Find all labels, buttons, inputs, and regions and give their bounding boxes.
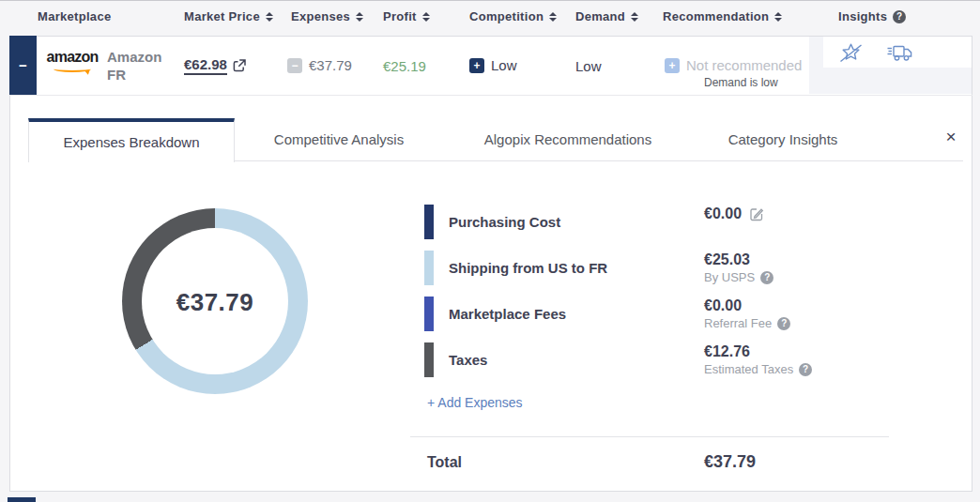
profit-cell: €25.19 — [383, 58, 426, 74]
expense-note: Referral Fee — [704, 316, 772, 330]
collapse-row-button[interactable]: − — [9, 36, 37, 95]
expense-note: By USPS — [704, 270, 755, 284]
expense-item-taxes: Taxes €12.76 Estimated Taxes ? — [424, 342, 894, 380]
column-header-profit[interactable]: Profit — [383, 9, 430, 23]
sort-icon[interactable] — [356, 12, 363, 22]
amazon-smile-icon — [54, 66, 91, 72]
column-label: Profit — [383, 9, 417, 23]
expense-label: Shipping from US to FR — [449, 260, 607, 276]
tab-expenses-breakdown[interactable]: Expenses Breakdown — [28, 118, 235, 162]
legend-color-bar — [424, 251, 434, 285]
expense-note: Estimated Taxes — [704, 362, 793, 376]
profit-value: €25.19 — [383, 58, 426, 74]
algopix-analysis-screen: Marketplace Market Price Expenses Profit… — [0, 0, 980, 502]
marketplace-name: Amazon FR — [107, 49, 161, 84]
expense-value: €25.03 — [704, 251, 750, 268]
expense-value: €0.00 — [704, 297, 742, 314]
row-divider — [9, 95, 972, 96]
competition-cell: + Low — [469, 57, 517, 73]
column-label: Recommendation — [663, 9, 769, 23]
external-link-icon[interactable] — [233, 59, 246, 72]
expenses-value: €37.79 — [309, 57, 352, 73]
add-expenses-link[interactable]: + Add Expenses — [427, 395, 523, 410]
tab-competitive-analysis[interactable]: Competitive Analysis — [274, 131, 404, 147]
recommendation-note: Demand is low — [704, 76, 778, 89]
total-value: €37.79 — [704, 452, 756, 472]
column-header-insights: Insights ? — [838, 9, 906, 23]
help-icon[interactable]: ? — [799, 363, 812, 376]
expense-item-shipping: Shipping from US to FR €25.03 By USPS ? — [424, 251, 894, 288]
column-label: Marketplace — [38, 9, 111, 23]
column-header-marketplace: Marketplace — [38, 9, 111, 23]
column-label: Market Price — [184, 9, 260, 23]
amazon-logo: amazon — [43, 50, 101, 72]
legend-color-bar — [424, 205, 434, 239]
sort-icon[interactable] — [422, 12, 430, 22]
help-icon[interactable]: ? — [760, 271, 773, 284]
tab-category-insights[interactable]: Category Insights — [728, 131, 838, 147]
column-header-expenses[interactable]: Expenses — [291, 9, 363, 23]
total-label: Total — [427, 454, 462, 471]
market-price-cell: €62.98 — [184, 56, 246, 75]
legend-color-bar — [424, 297, 434, 331]
sort-icon[interactable] — [266, 12, 273, 22]
recommendation-value: Not recommended — [686, 57, 802, 73]
expense-value: €12.76 — [704, 343, 750, 360]
edit-icon[interactable] — [749, 206, 764, 221]
column-header-recommendation[interactable]: Recommendation — [663, 9, 782, 23]
column-header-demand[interactable]: Demand — [575, 9, 638, 23]
next-row-expander-stub[interactable] — [8, 497, 36, 502]
expand-recommendation-icon[interactable]: + — [665, 58, 680, 73]
expense-label: Purchasing Cost — [449, 214, 560, 230]
competition-value: Low — [491, 57, 517, 73]
help-icon[interactable]: ? — [893, 10, 906, 23]
demand-value: Low — [575, 58, 602, 74]
market-price-link[interactable]: €62.98 — [184, 56, 227, 75]
expense-item-purchasing-cost: Purchasing Cost €0.00 — [424, 205, 894, 242]
recommendation-cell: + Not recommended — [665, 57, 802, 73]
column-label: Insights — [838, 9, 887, 23]
legend-color-bar — [424, 342, 434, 377]
no-bestseller-icon[interactable] — [838, 41, 864, 65]
sort-icon[interactable] — [549, 12, 557, 22]
expense-label: Marketplace Fees — [449, 306, 566, 322]
tabbar-underline — [235, 160, 963, 161]
amazon-logo-text: amazon — [43, 50, 101, 65]
tab-algopix-recommendations[interactable]: Algopix Recommendations — [484, 131, 651, 147]
marketplace-name-line2: FR — [107, 67, 161, 84]
collapse-expenses-icon[interactable]: − — [287, 58, 302, 73]
expenses-cell: − €37.79 — [287, 57, 352, 73]
column-label: Demand — [575, 9, 625, 23]
sort-icon[interactable] — [774, 12, 782, 22]
shipping-truck-icon[interactable] — [886, 41, 914, 64]
close-panel-icon[interactable]: × — [941, 127, 961, 147]
column-header-market-price[interactable]: Market Price — [184, 9, 273, 23]
expand-competition-icon[interactable]: + — [469, 58, 484, 73]
column-header-competition[interactable]: Competition — [469, 9, 557, 23]
column-label: Expenses — [291, 9, 350, 23]
expense-value: €0.00 — [704, 205, 742, 222]
donut-center-total: €37.79 — [122, 288, 308, 317]
sort-icon[interactable] — [631, 12, 638, 22]
expense-label: Taxes — [449, 352, 487, 368]
help-icon[interactable]: ? — [777, 317, 790, 330]
demand-cell: Low — [575, 58, 602, 74]
total-divider — [410, 436, 889, 437]
expense-item-marketplace-fees: Marketplace Fees €0.00 Referral Fee ? — [424, 297, 894, 334]
marketplace-name-line1: Amazon — [107, 49, 161, 67]
column-label: Competition — [469, 9, 544, 23]
